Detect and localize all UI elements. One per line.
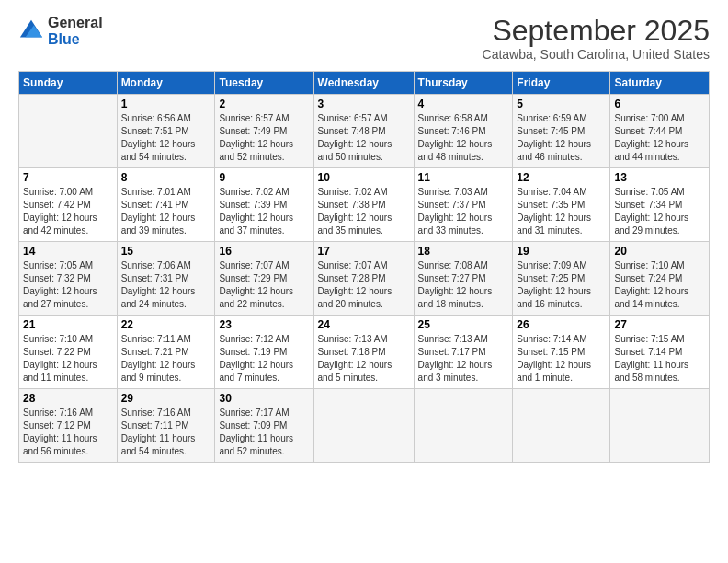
- week-row-4: 28 Sunrise: 7:16 AMSunset: 7:12 PMDaylig…: [19, 389, 710, 463]
- day-info: Sunrise: 7:02 AMSunset: 7:38 PMDaylight:…: [318, 186, 410, 237]
- day-cell: [513, 389, 610, 463]
- day-cell: 23 Sunrise: 7:12 AMSunset: 7:19 PMDaylig…: [215, 316, 313, 389]
- day-cell: 22 Sunrise: 7:11 AMSunset: 7:21 PMDaylig…: [117, 316, 215, 389]
- day-number: 25: [418, 318, 509, 331]
- day-number: 14: [23, 245, 113, 258]
- col-friday: Friday: [513, 72, 610, 95]
- day-info: Sunrise: 7:07 AMSunset: 7:29 PMDaylight:…: [219, 259, 309, 311]
- day-number: 17: [318, 245, 410, 258]
- day-info: Sunrise: 7:00 AMSunset: 7:42 PMDaylight:…: [23, 186, 113, 237]
- day-number: 2: [219, 98, 309, 110]
- day-cell: 4 Sunrise: 6:58 AMSunset: 7:46 PMDayligh…: [414, 95, 513, 168]
- day-cell: 6 Sunrise: 7:00 AMSunset: 7:44 PMDayligh…: [610, 95, 710, 168]
- day-info: Sunrise: 7:08 AMSunset: 7:27 PMDaylight:…: [418, 259, 509, 311]
- day-cell: [610, 389, 710, 463]
- day-number: 27: [614, 318, 705, 331]
- day-cell: 15 Sunrise: 7:06 AMSunset: 7:31 PMDaylig…: [117, 242, 215, 316]
- col-monday: Monday: [117, 72, 215, 95]
- day-number: 28: [23, 392, 113, 405]
- title-block: September 2025 Catawba, South Carolina, …: [483, 15, 710, 62]
- day-number: 7: [23, 171, 113, 184]
- day-info: Sunrise: 7:01 AMSunset: 7:41 PMDaylight:…: [121, 186, 211, 237]
- day-info: Sunrise: 6:59 AMSunset: 7:45 PMDaylight:…: [517, 112, 606, 164]
- day-number: 5: [517, 98, 606, 110]
- day-cell: 12 Sunrise: 7:04 AMSunset: 7:35 PMDaylig…: [513, 168, 610, 242]
- day-info: Sunrise: 7:16 AMSunset: 7:12 PMDaylight:…: [23, 407, 113, 458]
- day-info: Sunrise: 7:04 AMSunset: 7:35 PMDaylight:…: [517, 186, 606, 237]
- day-info: Sunrise: 7:11 AMSunset: 7:21 PMDaylight:…: [121, 333, 211, 385]
- day-number: 20: [614, 245, 705, 258]
- day-number: 21: [23, 318, 113, 331]
- day-cell: 19 Sunrise: 7:09 AMSunset: 7:25 PMDaylig…: [513, 242, 610, 316]
- day-info: Sunrise: 7:17 AMSunset: 7:09 PMDaylight:…: [219, 407, 309, 458]
- day-number: 24: [318, 318, 410, 331]
- day-number: 19: [517, 245, 606, 258]
- day-number: 3: [318, 98, 410, 110]
- month-title: September 2025: [483, 15, 710, 47]
- col-thursday: Thursday: [414, 72, 513, 95]
- day-cell: 13 Sunrise: 7:05 AMSunset: 7:34 PMDaylig…: [610, 168, 710, 242]
- day-cell: 18 Sunrise: 7:08 AMSunset: 7:27 PMDaylig…: [414, 242, 513, 316]
- day-number: 11: [418, 171, 509, 184]
- day-info: Sunrise: 6:57 AMSunset: 7:48 PMDaylight:…: [318, 112, 410, 164]
- day-number: 30: [219, 392, 309, 405]
- day-info: Sunrise: 7:13 AMSunset: 7:17 PMDaylight:…: [418, 333, 509, 385]
- day-number: 18: [418, 245, 509, 258]
- day-info: Sunrise: 6:57 AMSunset: 7:49 PMDaylight:…: [219, 112, 309, 164]
- day-cell: 5 Sunrise: 6:59 AMSunset: 7:45 PMDayligh…: [513, 95, 610, 168]
- day-number: 10: [318, 171, 410, 184]
- col-sunday: Sunday: [19, 72, 118, 95]
- day-number: 1: [121, 98, 211, 110]
- day-info: Sunrise: 7:05 AMSunset: 7:32 PMDaylight:…: [23, 259, 113, 311]
- day-cell: 10 Sunrise: 7:02 AMSunset: 7:38 PMDaylig…: [313, 168, 414, 242]
- day-number: 9: [219, 171, 309, 184]
- col-tuesday: Tuesday: [215, 72, 313, 95]
- day-cell: 25 Sunrise: 7:13 AMSunset: 7:17 PMDaylig…: [414, 316, 513, 389]
- calendar-table: Sunday Monday Tuesday Wednesday Thursday…: [18, 71, 710, 463]
- header-row: Sunday Monday Tuesday Wednesday Thursday…: [19, 72, 710, 95]
- day-info: Sunrise: 6:58 AMSunset: 7:46 PMDaylight:…: [418, 112, 509, 164]
- day-info: Sunrise: 7:02 AMSunset: 7:39 PMDaylight:…: [219, 186, 309, 237]
- day-number: 4: [418, 98, 509, 110]
- day-cell: 27 Sunrise: 7:15 AMSunset: 7:14 PMDaylig…: [610, 316, 710, 389]
- page-container: General Blue September 2025 Catawba, Sou…: [0, 0, 728, 472]
- day-cell: 3 Sunrise: 6:57 AMSunset: 7:48 PMDayligh…: [313, 95, 414, 168]
- day-cell: [19, 95, 118, 168]
- day-cell: 8 Sunrise: 7:01 AMSunset: 7:41 PMDayligh…: [117, 168, 215, 242]
- day-info: Sunrise: 7:16 AMSunset: 7:11 PMDaylight:…: [121, 407, 211, 458]
- day-cell: [313, 389, 414, 463]
- day-cell: 24 Sunrise: 7:13 AMSunset: 7:18 PMDaylig…: [313, 316, 414, 389]
- day-info: Sunrise: 7:09 AMSunset: 7:25 PMDaylight:…: [517, 259, 606, 311]
- day-cell: 28 Sunrise: 7:16 AMSunset: 7:12 PMDaylig…: [19, 389, 118, 463]
- day-info: Sunrise: 7:06 AMSunset: 7:31 PMDaylight:…: [121, 259, 211, 311]
- day-cell: 26 Sunrise: 7:14 AMSunset: 7:15 PMDaylig…: [513, 316, 610, 389]
- day-info: Sunrise: 7:14 AMSunset: 7:15 PMDaylight:…: [517, 333, 606, 385]
- day-cell: 21 Sunrise: 7:10 AMSunset: 7:22 PMDaylig…: [19, 316, 118, 389]
- day-cell: 2 Sunrise: 6:57 AMSunset: 7:49 PMDayligh…: [215, 95, 313, 168]
- day-info: Sunrise: 7:05 AMSunset: 7:34 PMDaylight:…: [614, 186, 705, 237]
- col-wednesday: Wednesday: [313, 72, 414, 95]
- day-cell: 11 Sunrise: 7:03 AMSunset: 7:37 PMDaylig…: [414, 168, 513, 242]
- day-number: 29: [121, 392, 211, 405]
- day-number: 8: [121, 171, 211, 184]
- day-number: 15: [121, 245, 211, 258]
- day-info: Sunrise: 7:12 AMSunset: 7:19 PMDaylight:…: [219, 333, 309, 385]
- col-saturday: Saturday: [610, 72, 710, 95]
- day-cell: [414, 389, 513, 463]
- header: General Blue September 2025 Catawba, Sou…: [18, 15, 710, 62]
- day-cell: 17 Sunrise: 7:07 AMSunset: 7:28 PMDaylig…: [313, 242, 414, 316]
- day-cell: 20 Sunrise: 7:10 AMSunset: 7:24 PMDaylig…: [610, 242, 710, 316]
- day-info: Sunrise: 7:15 AMSunset: 7:14 PMDaylight:…: [614, 333, 705, 385]
- day-number: 23: [219, 318, 309, 331]
- day-info: Sunrise: 7:10 AMSunset: 7:22 PMDaylight:…: [23, 333, 113, 385]
- day-number: 13: [614, 171, 705, 184]
- day-number: 6: [614, 98, 705, 110]
- day-cell: 9 Sunrise: 7:02 AMSunset: 7:39 PMDayligh…: [215, 168, 313, 242]
- day-number: 16: [219, 245, 309, 258]
- day-cell: 29 Sunrise: 7:16 AMSunset: 7:11 PMDaylig…: [117, 389, 215, 463]
- day-cell: 14 Sunrise: 7:05 AMSunset: 7:32 PMDaylig…: [19, 242, 118, 316]
- day-cell: 7 Sunrise: 7:00 AMSunset: 7:42 PMDayligh…: [19, 168, 118, 242]
- week-row-0: 1 Sunrise: 6:56 AMSunset: 7:51 PMDayligh…: [19, 95, 710, 168]
- logo-text: General Blue: [48, 15, 103, 47]
- logo: General Blue: [18, 15, 103, 47]
